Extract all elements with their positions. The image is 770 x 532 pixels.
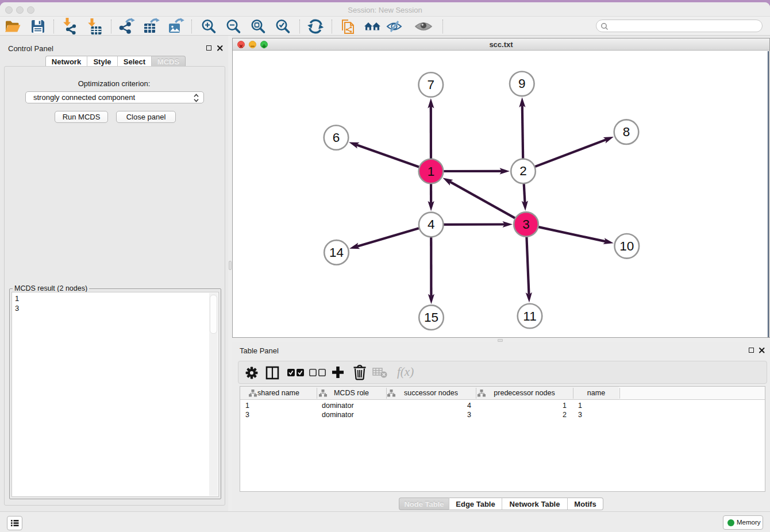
svg-text:10: 10: [619, 239, 634, 253]
svg-text:3: 3: [522, 217, 530, 232]
svg-text:7: 7: [428, 78, 435, 92]
svg-text:4: 4: [428, 217, 435, 232]
svg-text:8: 8: [623, 125, 630, 139]
svg-text:9: 9: [518, 76, 526, 91]
svg-text:1: 1: [428, 164, 435, 179]
svg-text:2: 2: [519, 164, 527, 178]
svg-text:15: 15: [424, 310, 438, 325]
svg-text:14: 14: [329, 245, 344, 260]
svg-text:6: 6: [333, 130, 340, 145]
svg-text:11: 11: [523, 309, 536, 323]
